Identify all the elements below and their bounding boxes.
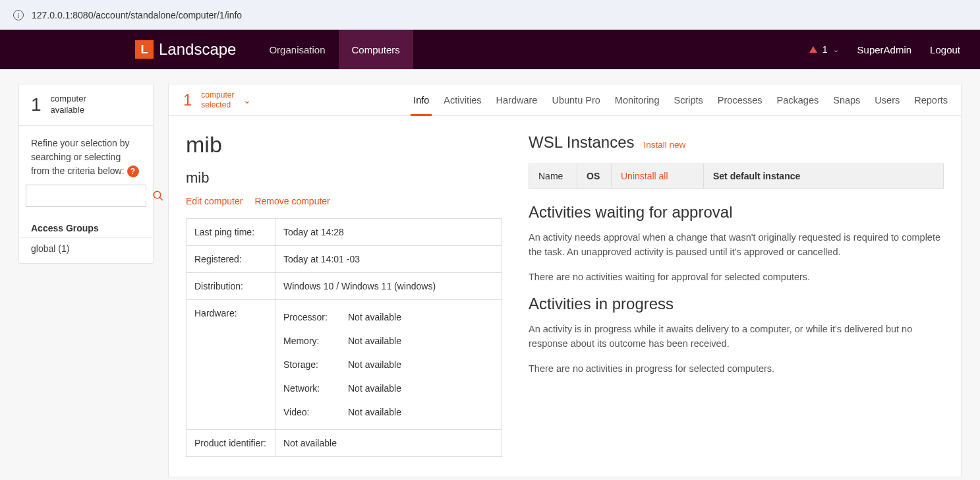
content-panel: 1 computer selected ⌄ Info Activities Ha… <box>168 84 962 477</box>
side-info-column: WSL Instances Install new Name OS Uninst… <box>529 132 944 457</box>
hw-processor-value: Not available <box>348 312 494 322</box>
tab-processes[interactable]: Processes <box>718 84 763 115</box>
brand[interactable]: L Landscape <box>135 40 236 59</box>
product-id-label: Product identifier: <box>187 430 275 457</box>
selected-label: computer selected <box>201 90 234 109</box>
approval-empty: There are no activities waiting for appr… <box>529 270 944 285</box>
tabs: Info Activities Hardware Ubuntu Pro Moni… <box>413 84 948 115</box>
search-button[interactable] <box>152 190 164 202</box>
progress-desc: An activity is in progress while it awai… <box>529 322 944 351</box>
wsl-uninstall-all-button[interactable]: Uninstall all <box>611 164 703 188</box>
selection-chevron-icon[interactable]: ⌄ <box>243 95 251 105</box>
refine-text: Refine your selection by searching or se… <box>19 126 153 185</box>
hw-processor-label: Processor: <box>283 312 343 322</box>
hardware-label: Hardware: <box>187 300 275 430</box>
distribution-value: Windows 10 / Windows 11 (windows) <box>275 273 502 300</box>
action-links: Edit computer Remove computer <box>186 196 502 206</box>
chevron-down-icon: ⌄ <box>833 45 839 54</box>
row-last-ping: Last ping time: Today at 14:28 <box>187 219 502 246</box>
approval-title: Activities waiting for approval <box>529 203 944 222</box>
page: 1 computer available Refine your selecti… <box>0 69 980 480</box>
hw-storage-value: Not available <box>348 359 494 370</box>
wsl-section-header: WSL Instances Install new <box>529 133 944 152</box>
sidebar-available-summary: 1 computer available <box>19 84 153 126</box>
alert-count: 1 <box>822 44 828 55</box>
computer-subtitle: mib <box>186 169 502 187</box>
available-label: computer available <box>51 94 86 116</box>
tab-info[interactable]: Info <box>413 84 429 115</box>
tab-monitoring[interactable]: Monitoring <box>615 84 660 115</box>
hw-network-label: Network: <box>283 383 343 394</box>
nav-logout[interactable]: Logout <box>930 44 960 55</box>
search-input[interactable] <box>26 191 152 201</box>
tab-users[interactable]: Users <box>875 84 900 115</box>
sidebar-box: 1 computer available Refine your selecti… <box>18 84 154 264</box>
content-header: 1 computer selected ⌄ Info Activities Ha… <box>169 84 961 116</box>
hw-video-value: Not available <box>348 407 494 417</box>
main-content: mib mib Edit computer Remove computer La… <box>169 116 961 477</box>
registered-label: Registered: <box>187 246 275 273</box>
tab-reports[interactable]: Reports <box>914 84 948 115</box>
wsl-header-row: Name OS Uninstall all Set default instan… <box>529 164 944 189</box>
sidebar: 1 computer available Refine your selecti… <box>18 84 154 477</box>
access-groups-heading: Access Groups <box>19 216 153 238</box>
brand-name: Landscape <box>159 40 236 59</box>
row-registered: Registered: Today at 14:01 -03 <box>187 246 502 273</box>
info-table: Last ping time: Today at 14:28 Registere… <box>186 218 502 457</box>
tab-scripts[interactable]: Scripts <box>674 84 703 115</box>
hw-memory-label: Memory: <box>283 336 343 346</box>
hw-memory-value: Not available <box>348 336 494 346</box>
access-group-global[interactable]: global (1) <box>19 238 153 263</box>
alerts-dropdown[interactable]: 1 ⌄ <box>809 44 839 55</box>
tab-ubuntu-pro[interactable]: Ubuntu Pro <box>552 84 600 115</box>
top-nav: L Landscape Organisation Computers 1 ⌄ S… <box>0 30 980 69</box>
hw-video-label: Video: <box>283 407 343 417</box>
last-ping-label: Last ping time: <box>187 219 275 246</box>
wsl-title: WSL Instances <box>529 133 635 152</box>
help-icon[interactable]: ? <box>127 165 139 177</box>
nav-user[interactable]: SuperAdmin <box>857 44 912 55</box>
hw-storage-label: Storage: <box>283 359 343 370</box>
nav-items: Organisation Computers <box>256 30 413 69</box>
hw-network-value: Not available <box>348 383 494 394</box>
product-id-value: Not available <box>275 430 502 457</box>
search-icon <box>152 190 164 202</box>
wsl-install-new-link[interactable]: Install new <box>644 140 686 150</box>
page-title: mib <box>186 132 502 158</box>
tab-activities[interactable]: Activities <box>444 84 481 115</box>
svg-point-0 <box>154 191 161 198</box>
url-text: 127.0.0.1:8080/account/standalone/comput… <box>32 10 242 20</box>
distribution-label: Distribution: <box>187 273 275 300</box>
wsl-set-default-button[interactable]: Set default instance <box>703 164 943 188</box>
browser-url-bar: i 127.0.0.1:8080/account/standalone/comp… <box>0 0 980 30</box>
edit-computer-link[interactable]: Edit computer <box>186 196 243 206</box>
remove-computer-link[interactable]: Remove computer <box>254 196 330 206</box>
progress-title: Activities in progress <box>529 295 944 313</box>
nav-item-computers[interactable]: Computers <box>339 30 413 69</box>
progress-empty: There are no activities in progress for … <box>529 362 944 376</box>
row-product-id: Product identifier: Not available <box>187 430 502 457</box>
tab-snaps[interactable]: Snaps <box>833 84 860 115</box>
search-box <box>26 185 146 207</box>
last-ping-value: Today at 14:28 <box>275 219 502 246</box>
available-count: 1 <box>31 94 42 115</box>
hardware-values: Processor: Not available Memory: Not ava… <box>275 300 502 430</box>
nav-right: 1 ⌄ SuperAdmin Logout <box>809 44 960 55</box>
computer-info-column: mib mib Edit computer Remove computer La… <box>186 132 502 457</box>
svg-line-1 <box>159 197 163 200</box>
row-distribution: Distribution: Windows 10 / Windows 11 (w… <box>187 273 502 300</box>
wsl-col-name: Name <box>529 164 577 188</box>
tab-packages[interactable]: Packages <box>777 84 819 115</box>
tab-hardware[interactable]: Hardware <box>496 84 538 115</box>
info-icon: i <box>13 10 24 20</box>
brand-logo-icon: L <box>135 40 154 59</box>
registered-value: Today at 14:01 -03 <box>275 246 502 273</box>
wsl-col-os: OS <box>577 164 611 188</box>
row-hardware: Hardware: Processor: Not available Memor… <box>187 300 502 430</box>
nav-item-organisation[interactable]: Organisation <box>256 30 338 69</box>
selected-count: 1 <box>183 91 192 109</box>
alert-triangle-icon <box>809 46 817 53</box>
approval-desc: An activity needs approval when a change… <box>529 231 944 260</box>
sidebar-search <box>19 185 153 216</box>
